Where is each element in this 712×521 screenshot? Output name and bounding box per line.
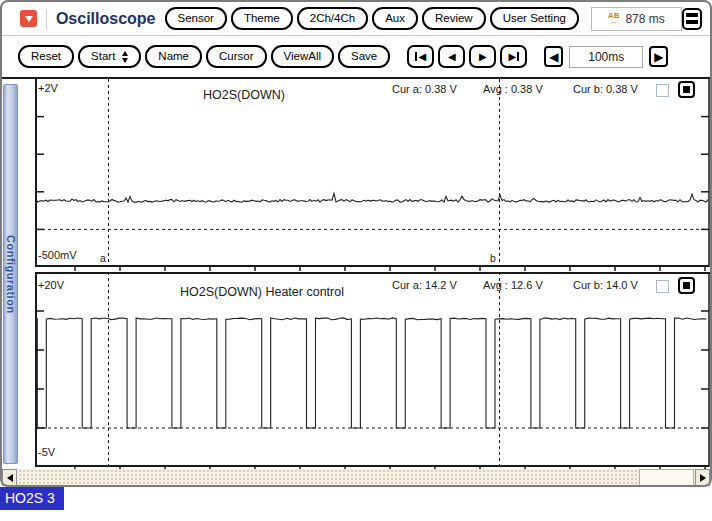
channel-1-color-button[interactable] [678,81,695,98]
channel-2-scale-top: +20V [38,279,64,291]
menu-bar-icon [686,20,698,24]
scope-display: Configuration +2V HO2S(DOWN) Cur a: 0.38… [2,79,710,469]
scrollbar-thumb[interactable] [639,469,694,486]
ab-time-readout: AB↔ 878 ms [591,7,682,31]
divider [46,9,47,29]
oscilloscope-window: Oscilloscope Sensor Theme 2Ch/4Ch Aux Re… [0,0,712,521]
channel-1-plot [35,79,710,272]
timebase-decrease-button[interactable]: ◀ [544,46,563,67]
scroll-right-button[interactable] [695,469,710,486]
step-back-button[interactable]: ◀ [438,45,465,68]
save-button[interactable]: Save [338,45,390,68]
name-button[interactable]: Name [145,45,202,68]
channel-1-avg-value: Avg : 0.38 V [483,83,543,95]
ab-measure-icon: AB↔ [608,13,620,24]
step-forward-button[interactable]: ▶ [469,45,496,68]
timebase-increase-button[interactable]: ▶ [649,46,668,67]
viewall-button[interactable]: ViewAll [271,45,335,68]
timebase-value: 100ms [569,46,643,68]
review-button[interactable]: Review [422,7,486,30]
channel-2-visibility-checkbox[interactable] [656,280,669,293]
channel-2-cursor-a-value: Cur a: 14.2 V [392,279,457,291]
down-triangle-icon [25,16,33,22]
skip-to-start-button[interactable]: ◀ [407,45,434,68]
right-arrow-icon [700,474,706,482]
skip-to-end-button[interactable]: ▶ [500,45,527,68]
user-setting-button[interactable]: User Setting [490,7,579,30]
timebase-control: ◀ 100ms ▶ [544,46,668,68]
channel-2-scale-bottom: -5V [38,446,55,458]
channel-2-plot [35,272,710,472]
channel-1-scale-top: +2V [38,82,58,94]
channel-1: +2V HO2S(DOWN) Cur a: 0.38 V Avg : 0.38 … [2,79,710,272]
menu-bar-icon [686,13,698,17]
sensor-button[interactable]: Sensor [165,7,227,30]
channel-2-title: HO2S(DOWN) Heater control [152,285,372,299]
channel-2-color-button[interactable] [678,277,695,294]
horizontal-scrollbar[interactable] [2,469,710,486]
channel-1-title: HO2S(DOWN) [134,88,354,102]
app-dropdown-icon[interactable] [20,10,37,27]
reset-button[interactable]: Reset [18,45,74,68]
menubar: Oscilloscope Sensor Theme 2Ch/4Ch Aux Re… [2,2,710,36]
toolbar: Reset Start Name Cursor ViewAll Save ◀ ◀… [2,36,710,79]
channel-2-avg-value: Avg : 12.6 V [483,279,543,291]
channel-1-cursor-a-value: Cur a: 0.38 V [392,83,457,95]
channel-2: +20V HO2S(DOWN) Heater control Cur a: 14… [2,272,710,472]
aux-button[interactable]: Aux [372,7,418,30]
start-button[interactable]: Start [78,45,141,68]
channel-1-scale-bottom: -500mV [38,249,77,261]
record-tab[interactable]: HO2S 3 [0,487,64,510]
transport-controls: ◀ ◀ ▶ ▶ [407,45,527,68]
channel-1-cursor-b-value: Cur b: 0.38 V [573,83,638,95]
ab-time-value: 878 ms [625,12,664,26]
channel-2-cursor-b-value: Cur b: 14.0 V [573,279,638,291]
cursor-b-handle[interactable]: b [490,252,496,264]
channel-mode-button[interactable]: 2Ch/4Ch [297,7,368,30]
cursor-a-handle[interactable]: a [100,252,106,264]
app-title: Oscilloscope [56,10,156,28]
window-menu-button[interactable] [682,8,702,30]
updown-spinner-icon [122,51,128,63]
left-arrow-icon [7,474,13,482]
channel-1-visibility-checkbox[interactable] [656,84,669,97]
cursor-button[interactable]: Cursor [206,45,267,68]
theme-button[interactable]: Theme [231,7,293,30]
scroll-left-button[interactable] [2,469,17,486]
